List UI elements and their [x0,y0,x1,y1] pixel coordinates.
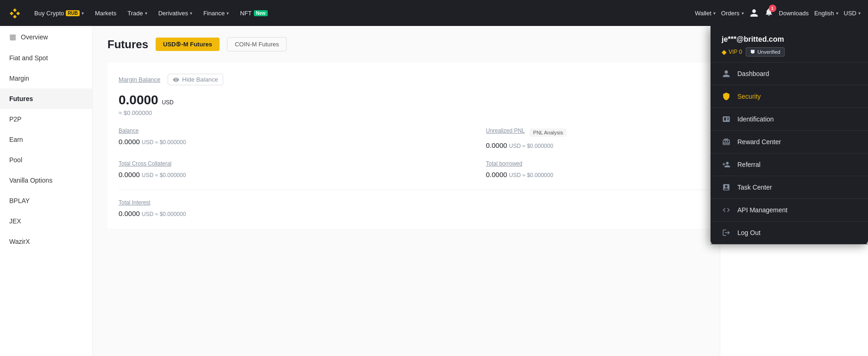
sidebar-item-p2p[interactable]: P2P [0,109,92,129]
nav-trade[interactable]: Trade ▾ [123,7,151,19]
sidebar-item-bplay[interactable]: BPLAY [0,191,92,211]
dropdown-task-center[interactable]: Task Center [711,176,868,199]
dropdown-referral[interactable]: Referral [711,153,868,176]
nav-language[interactable]: English ▾ [814,10,838,17]
dropdown-identification[interactable]: Identification [711,108,868,131]
user-icon[interactable] [749,8,759,18]
cross-collateral-card: Total Cross Collateral 0.0000 USD ≈ $0.0… [119,160,475,178]
diamond-icon: ◆ [722,48,727,56]
sidebar-item-fiat-spot[interactable]: Fiat and Spot [0,48,92,68]
logo[interactable] [7,6,22,20]
nav-currency[interactable]: USD ▾ [844,10,861,17]
user-dropdown: je***@britted.com ◆ VIP 0 Unverified Das… [711,26,868,244]
nav-right: Wallet ▾ Orders ▾ 1 Downloads English ▾ … [695,7,861,19]
dropdown-header: je***@britted.com ◆ VIP 0 Unverified [711,26,868,63]
pnl-analysis-button[interactable]: PNL Analysis [529,128,566,137]
nav-menu: Buy Crypto RUB ▾ Markets Trade ▾ Derivat… [30,7,695,19]
dropdown-security[interactable]: Security [711,85,868,108]
sidebar-item-wazirx[interactable]: WazirX [0,231,92,252]
sidebar-item-margin[interactable]: Margin [0,68,92,89]
top-navigation: Buy Crypto RUB ▾ Markets Trade ▾ Derivat… [0,0,868,26]
unrealized-pnl-label[interactable]: Unrealized PNL [486,127,525,134]
nav-buy-crypto[interactable]: Buy Crypto RUB ▾ [30,7,88,19]
margin-balance-label[interactable]: Margin Balance [119,76,160,83]
nav-orders[interactable]: Orders ▾ [721,10,744,17]
sidebar-item-pool[interactable]: Pool [0,150,92,170]
hide-balance-button[interactable]: Hide Balance [168,74,223,85]
shield-icon [722,92,731,101]
balance-card: Balance 0.0000 USD ≈ $0.000000 [119,127,475,149]
nav-markets[interactable]: Markets [90,7,121,19]
balance-value: 0.0000 USD ≈ $0.000000 [119,138,475,146]
dropdown-dashboard[interactable]: Dashboard [711,63,868,85]
cross-collateral-label[interactable]: Total Cross Collateral [119,160,475,167]
logout-icon [722,228,731,237]
nav-finance[interactable]: Finance ▾ [199,7,233,19]
cross-collateral-value: 0.0000 USD ≈ $0.000000 [119,171,475,178]
sidebar-item-overview[interactable]: ▦ Overview [0,26,92,48]
card-icon [722,114,731,124]
person-icon [722,69,731,78]
nav-downloads[interactable]: Downloads [779,10,809,17]
code-icon [722,205,731,215]
dropdown-api-management[interactable]: API Management [711,199,868,222]
sidebar: ▦ Overview Fiat and Spot Margin Futures … [0,26,93,356]
sidebar-item-vanilla-options[interactable]: Vanilla Options [0,170,92,191]
sidebar-item-jex[interactable]: JEX [0,211,92,231]
tab-coin-futures[interactable]: COIN-M Futures [227,37,287,51]
overview-icon: ▦ [9,32,16,41]
dropdown-reward-center[interactable]: Reward Center [711,131,868,153]
sidebar-item-futures[interactable]: Futures [0,89,92,109]
page-title: Futures [107,38,148,51]
vip-badge: ◆ VIP 0 [722,48,742,56]
person-add-icon [722,160,731,169]
list-icon [722,183,731,192]
nav-wallet[interactable]: Wallet ▾ [695,10,716,17]
balance-label[interactable]: Balance [119,127,475,134]
gift-icon [722,137,731,146]
user-email: je***@britted.com [722,35,857,44]
notification-bell[interactable]: 1 [764,7,774,19]
unverified-badge: Unverified [746,47,785,57]
nav-derivatives[interactable]: Derivatives ▾ [154,7,197,19]
nav-nft[interactable]: NFT New [235,7,272,19]
dropdown-logout[interactable]: Log Out [711,222,868,244]
sidebar-item-earn[interactable]: Earn [0,129,92,150]
tab-usd-futures[interactable]: USD⑤-M Futures [156,38,220,51]
user-badges: ◆ VIP 0 Unverified [722,47,857,57]
